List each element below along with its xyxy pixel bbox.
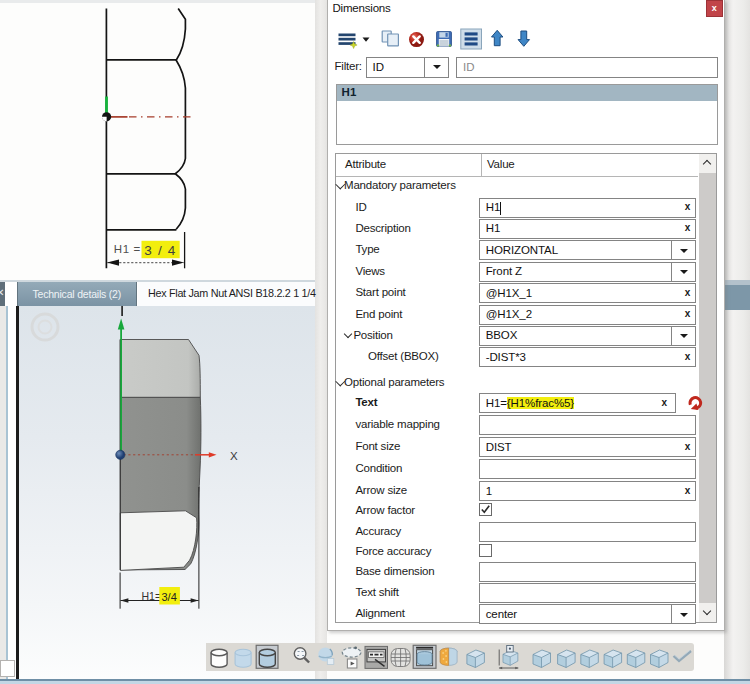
svg-text:H1=: H1= <box>141 590 161 602</box>
svg-text:X: X <box>230 450 238 462</box>
svg-text:H1 =: H1 = <box>114 243 141 255</box>
svg-text:3/4: 3/4 <box>161 591 176 603</box>
svg-text:3 / 4: 3 / 4 <box>144 243 176 258</box>
